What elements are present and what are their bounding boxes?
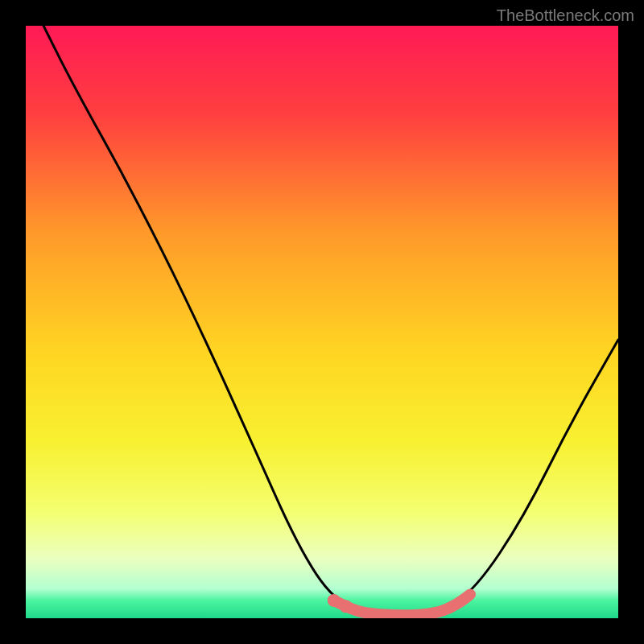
plot-area (26, 26, 618, 618)
bottleneck-chart: TheBottleneck.com (0, 0, 644, 644)
gradient-background (26, 26, 618, 618)
chart-svg (26, 26, 618, 618)
highlight-dot (339, 600, 352, 613)
watermark-text: TheBottleneck.com (497, 6, 634, 25)
highlight-dot (328, 594, 341, 607)
